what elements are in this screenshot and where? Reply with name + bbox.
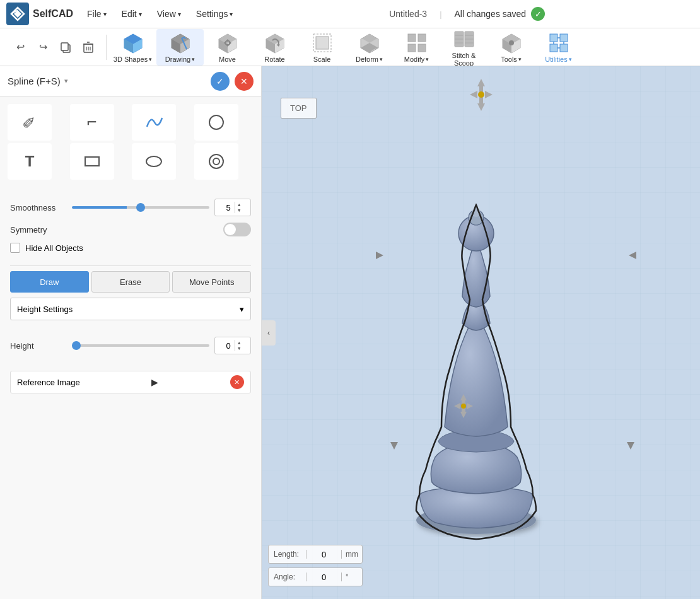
utilities-icon [547, 32, 570, 54]
logo-icon [6, 3, 29, 25]
draw-tool-text[interactable]: T [8, 143, 52, 180]
logo-text: SelfCAD [33, 8, 73, 20]
view-nav-icon [469, 78, 494, 114]
tools-label: Tools ▾ [501, 55, 522, 63]
draw-tool-pen[interactable]: ✏ [8, 104, 52, 141]
svg-marker-79 [629, 252, 636, 259]
panel-title: Spline (F+S) ▾ [8, 76, 206, 86]
height-slider[interactable] [72, 344, 209, 347]
smoothness-down[interactable]: ▼ [235, 207, 243, 213]
symmetry-label: Symmetry [10, 225, 67, 235]
menu-settings[interactable]: Settings ▾ [189, 6, 241, 21]
move-points-button[interactable]: Move Points [172, 271, 251, 293]
sel-arrow-bottom-right [624, 438, 637, 453]
svg-rect-65 [85, 157, 99, 166]
deform-icon [358, 32, 381, 54]
svg-rect-40 [418, 34, 426, 42]
tool-scale[interactable]: Scale [298, 29, 346, 66]
3d-shapes-label: 3D Shapes ▾ [114, 55, 152, 63]
height-input[interactable]: 0 ▲ ▼ [214, 337, 251, 354]
reference-image-close[interactable]: ✕ [230, 375, 244, 389]
svg-rect-41 [408, 44, 416, 52]
title-area: Untitled-3 | All changes saved ✓ [240, 7, 694, 21]
svg-point-68 [213, 158, 219, 165]
svg-rect-42 [418, 44, 426, 52]
svg-rect-58 [550, 44, 557, 52]
svg-rect-59 [560, 44, 568, 52]
bottom-hud: Length: mm Angle: ° [268, 545, 363, 586]
svg-marker-81 [627, 442, 634, 450]
smoothness-section: Smoothness 5 ▲ ▼ Symmetry Hide All Obje [0, 187, 261, 263]
menu-edit[interactable]: Edit ▾ [114, 6, 149, 21]
undo-button[interactable]: ↩ [10, 37, 30, 57]
tool-tools[interactable]: Tools ▾ [487, 29, 535, 66]
draw-button[interactable]: Draw [10, 271, 89, 293]
rotate-icon [264, 32, 286, 54]
drawing-tools-grid: ✏ ⌐ T [0, 96, 261, 187]
panel-collapse-tab[interactable]: ‹ [262, 320, 276, 346]
draw-tool-ellipse[interactable] [132, 143, 176, 180]
draw-tool-target[interactable] [194, 143, 238, 180]
reference-image-row: Reference Image ▶ ✕ [10, 371, 251, 393]
svg-rect-57 [560, 34, 568, 42]
draw-tool-polyline[interactable]: ⌐ [70, 104, 114, 141]
tool-rotate[interactable]: Rotate [251, 29, 298, 66]
height-settings-arrow: ▾ [240, 305, 244, 314]
reference-image-expand[interactable]: ▶ [151, 377, 158, 387]
svg-rect-36 [316, 37, 329, 49]
draw-tool-rectangle[interactable] [70, 143, 114, 180]
smoothness-slider[interactable] [72, 206, 209, 209]
tool-drawing[interactable]: Drawing ▾ [156, 29, 204, 66]
height-up[interactable]: ▲ [235, 340, 243, 346]
canvas-area[interactable]: ‹ TOP [262, 66, 700, 599]
menu-bar: SelfCAD File ▾ Edit ▾ View ▾ Settings ▾ … [0, 0, 700, 28]
hide-objects-row: Hide All Objects [10, 243, 251, 253]
rotate-label: Rotate [264, 55, 284, 63]
smoothness-label: Smoothness [10, 203, 67, 212]
smoothness-up[interactable]: ▲ [235, 202, 243, 207]
symmetry-row: Symmetry [10, 223, 251, 236]
top-view-label: TOP [281, 98, 317, 119]
delete-button[interactable] [78, 37, 98, 57]
hide-objects-checkbox[interactable] [10, 243, 20, 253]
tool-modify[interactable]: Modify ▾ [393, 29, 440, 66]
left-panel: Spline (F+S) ▾ ✓ ✕ ✏ ⌐ T [0, 66, 262, 599]
copy-button[interactable] [55, 37, 76, 57]
panel-cancel-button[interactable]: ✕ [235, 72, 254, 91]
tool-utilities[interactable]: Utilities ▾ [535, 29, 582, 66]
draw-tool-circle[interactable] [194, 104, 238, 141]
hud-length-input[interactable] [306, 550, 341, 559]
height-settings-dropdown[interactable]: Height Settings ▾ [10, 298, 251, 320]
hud-angle-unit: ° [341, 573, 353, 581]
chess-piece-model [388, 154, 564, 545]
tools-icon [500, 32, 523, 54]
height-down[interactable]: ▼ [235, 346, 243, 351]
doc-title: Untitled-3 [389, 9, 427, 19]
reference-image-label: Reference Image [17, 378, 80, 387]
svg-rect-39 [408, 34, 416, 42]
3d-shapes-icon [122, 32, 144, 54]
redo-button[interactable]: ↪ [33, 37, 53, 57]
draw-tool-curve[interactable] [132, 104, 176, 141]
tool-move[interactable]: Move [204, 29, 251, 66]
erase-button[interactable]: Erase [91, 271, 170, 293]
history-controls: ↩ ↪ [5, 37, 103, 57]
height-label: Height [10, 341, 67, 351]
toolbar: ↩ ↪ [0, 28, 700, 66]
menu-file[interactable]: File ▾ [79, 6, 114, 21]
hud-angle-input[interactable] [306, 573, 341, 582]
svg-marker-73 [477, 103, 485, 111]
height-settings-label: Height Settings [17, 305, 73, 314]
menu-view[interactable]: View ▾ [149, 6, 189, 21]
modify-icon [405, 32, 428, 54]
divider-1 [10, 265, 251, 266]
tool-deform[interactable]: Deform ▾ [346, 29, 393, 66]
move-label: Move [219, 55, 236, 63]
tool-stitch-scoop[interactable]: Stitch & Scoop [440, 29, 487, 66]
panel-confirm-button[interactable]: ✓ [211, 72, 230, 91]
stitch-scoop-label: Stitch & Scoop [443, 52, 485, 67]
svg-point-92 [461, 404, 466, 409]
smoothness-input[interactable]: 5 ▲ ▼ [214, 199, 251, 216]
tool-3d-shapes[interactable]: 3D Shapes ▾ [109, 29, 156, 66]
symmetry-toggle[interactable] [223, 223, 251, 236]
